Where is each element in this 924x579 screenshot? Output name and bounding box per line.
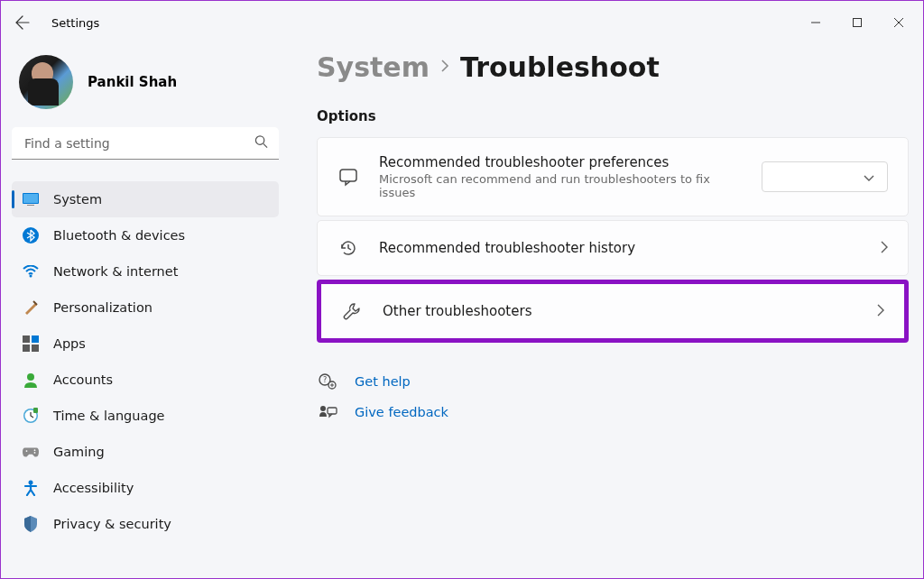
avatar bbox=[19, 55, 73, 109]
speech-icon bbox=[337, 166, 359, 188]
sidebar: Pankil Shah System Bluetooth & devices N… bbox=[1, 44, 290, 578]
sidebar-item-accessibility[interactable]: Accessibility bbox=[12, 470, 279, 506]
main-content: System Troubleshoot Options Recommended … bbox=[290, 44, 923, 578]
svg-point-23 bbox=[320, 406, 326, 411]
sidebar-item-accounts[interactable]: Accounts bbox=[12, 362, 279, 398]
svg-rect-24 bbox=[328, 408, 337, 414]
svg-point-17 bbox=[34, 452, 36, 454]
sidebar-item-label: Bluetooth & devices bbox=[53, 228, 185, 243]
sidebar-item-network[interactable]: Network & internet bbox=[12, 253, 279, 290]
svg-point-11 bbox=[27, 373, 34, 381]
back-arrow-icon bbox=[15, 15, 30, 30]
search-box bbox=[12, 127, 279, 160]
svg-point-18 bbox=[29, 481, 33, 485]
svg-rect-10 bbox=[32, 345, 39, 352]
preferences-dropdown[interactable] bbox=[762, 161, 888, 192]
highlight-box: Other troubleshooters bbox=[317, 280, 909, 343]
svg-rect-9 bbox=[23, 345, 30, 352]
svg-point-15 bbox=[26, 450, 28, 452]
bluetooth-icon bbox=[23, 227, 39, 244]
wifi-icon bbox=[23, 263, 39, 280]
sidebar-item-label: System bbox=[53, 192, 102, 207]
profile[interactable]: Pankil Shah bbox=[12, 44, 279, 127]
chevron-right-icon bbox=[440, 58, 449, 77]
back-button[interactable] bbox=[5, 5, 41, 41]
breadcrumb-current: Troubleshoot bbox=[460, 51, 660, 83]
titlebar: Settings bbox=[1, 1, 923, 44]
sidebar-item-time[interactable]: Time & language bbox=[12, 398, 279, 434]
maximize-button[interactable] bbox=[836, 8, 878, 37]
svg-rect-14 bbox=[33, 408, 38, 413]
gamepad-icon bbox=[23, 444, 39, 460]
get-help-label: Get help bbox=[355, 374, 411, 389]
svg-rect-8 bbox=[32, 335, 39, 343]
breadcrumb-parent[interactable]: System bbox=[317, 51, 430, 83]
sidebar-item-bluetooth[interactable]: Bluetooth & devices bbox=[12, 217, 279, 253]
svg-point-1 bbox=[255, 136, 263, 144]
card-subtitle: Microsoft can recommend and run troubles… bbox=[379, 172, 742, 199]
card-title: Recommended troubleshooter history bbox=[379, 240, 861, 256]
svg-point-16 bbox=[34, 449, 36, 451]
sidebar-item-privacy[interactable]: Privacy & security bbox=[12, 506, 279, 542]
sidebar-item-label: Personalization bbox=[53, 300, 152, 315]
person-icon bbox=[23, 372, 39, 388]
sidebar-item-label: Gaming bbox=[53, 445, 105, 459]
sidebar-item-apps[interactable]: Apps bbox=[12, 326, 279, 362]
help-icon: ? bbox=[317, 373, 338, 390]
svg-rect-3 bbox=[23, 194, 38, 203]
sidebar-item-gaming[interactable]: Gaming bbox=[12, 434, 279, 470]
sidebar-item-label: Accessibility bbox=[53, 481, 134, 495]
give-feedback-link[interactable]: Give feedback bbox=[317, 397, 909, 427]
nav-list: System Bluetooth & devices Network & int… bbox=[12, 181, 279, 542]
search-input[interactable] bbox=[12, 127, 279, 160]
sidebar-item-label: Privacy & security bbox=[53, 517, 171, 531]
get-help-link[interactable]: ? Get help bbox=[317, 366, 909, 397]
search-icon bbox=[254, 135, 268, 152]
breadcrumb: System Troubleshoot bbox=[317, 51, 909, 83]
sidebar-item-label: Apps bbox=[53, 336, 86, 351]
sidebar-item-label: Accounts bbox=[53, 372, 113, 387]
clock-icon bbox=[23, 408, 39, 424]
sidebar-item-label: Time & language bbox=[53, 409, 165, 423]
give-feedback-label: Give feedback bbox=[355, 405, 448, 419]
close-button[interactable] bbox=[878, 8, 919, 37]
svg-rect-19 bbox=[340, 170, 356, 181]
app-title: Settings bbox=[51, 16, 99, 30]
svg-point-6 bbox=[30, 275, 32, 278]
history-icon bbox=[337, 237, 359, 259]
card-troubleshooter-preferences[interactable]: Recommended troubleshooter preferences M… bbox=[317, 137, 909, 216]
chevron-down-icon bbox=[864, 169, 874, 186]
feedback-icon bbox=[317, 404, 338, 420]
svg-rect-0 bbox=[854, 19, 862, 27]
svg-rect-7 bbox=[23, 335, 30, 343]
window-controls bbox=[795, 8, 919, 37]
sidebar-item-label: Network & internet bbox=[53, 264, 178, 279]
footer-links: ? Get help Give feedback bbox=[317, 366, 909, 427]
svg-rect-4 bbox=[27, 205, 34, 206]
card-troubleshooter-history[interactable]: Recommended troubleshooter history bbox=[317, 220, 909, 276]
card-other-troubleshooters[interactable]: Other troubleshooters bbox=[321, 284, 904, 338]
apps-icon bbox=[23, 335, 39, 352]
wrench-icon bbox=[341, 300, 363, 322]
minimize-button[interactable] bbox=[795, 8, 836, 37]
sidebar-item-system[interactable]: System bbox=[12, 181, 279, 217]
section-title: Options bbox=[317, 108, 909, 124]
brush-icon bbox=[23, 299, 39, 316]
svg-text:?: ? bbox=[323, 376, 327, 384]
card-title: Recommended troubleshooter preferences bbox=[379, 154, 742, 170]
card-title: Other troubleshooters bbox=[383, 303, 531, 319]
chevron-right-icon bbox=[881, 240, 888, 257]
shield-icon bbox=[23, 516, 39, 532]
accessibility-icon bbox=[23, 480, 39, 496]
sidebar-item-personalization[interactable]: Personalization bbox=[12, 290, 279, 326]
user-name: Pankil Shah bbox=[88, 74, 177, 90]
system-icon bbox=[23, 191, 39, 207]
chevron-right-icon bbox=[877, 303, 884, 320]
